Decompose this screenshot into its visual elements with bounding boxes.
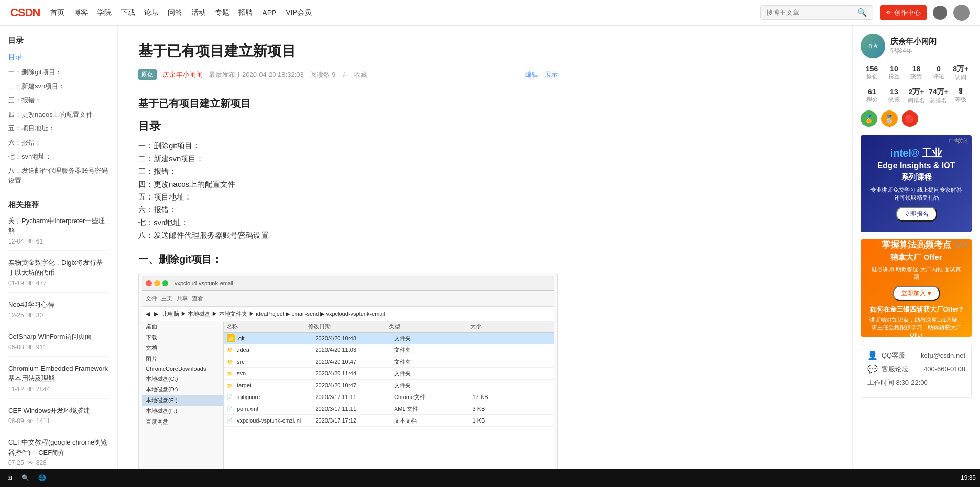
nav-home[interactable]: 首页 xyxy=(50,8,64,17)
toc-list-item-3[interactable]: 四：更改nacos上的配置文件 xyxy=(138,180,558,189)
ad-close-2[interactable]: 关闭 xyxy=(957,241,969,249)
search-input[interactable] xyxy=(766,9,857,16)
fe-file-row-3[interactable]: 📁 svn 2020/4/20 11:44 文件夹 xyxy=(224,368,554,380)
fe-left-item-4[interactable]: ChromeCoreDownloads xyxy=(142,364,223,373)
taskbar-clock: 19:35 xyxy=(961,474,976,481)
fe-file-size-6: 3 KB xyxy=(473,406,552,412)
search-icon[interactable]: 🔍 xyxy=(857,8,867,17)
author-link[interactable]: 庆余年小闲闲 xyxy=(163,70,203,79)
toc-list-item-0[interactable]: 一：删除git项目： xyxy=(138,141,558,151)
toc-list-item-4[interactable]: 五：项目地址： xyxy=(138,192,558,202)
fe-forward-icon[interactable]: ▶ xyxy=(154,311,158,317)
meta-edit[interactable]: 编辑 xyxy=(525,70,538,79)
fe-file-row-4[interactable]: 📁 target 2020/4/20 10:47 文件夹 xyxy=(224,380,554,391)
ad-close-1[interactable]: 关闭 xyxy=(957,137,969,145)
fe-file-date-0: 2020/4/20 10:48 xyxy=(316,335,395,341)
meta-collect[interactable]: 收藏 xyxy=(354,70,367,79)
avatar[interactable]: 作者 xyxy=(861,34,885,58)
taskbar-start[interactable]: ⊞ xyxy=(4,473,15,482)
logo[interactable]: CSDN xyxy=(10,6,40,19)
fe-max-btn[interactable] xyxy=(162,280,168,286)
fe-file-name-3: svn xyxy=(237,370,316,377)
create-button[interactable]: ✏ 创作中心 xyxy=(880,5,927,20)
nav-app[interactable]: APP xyxy=(262,9,276,17)
toc-list-item-5[interactable]: 六：报错： xyxy=(138,205,558,215)
taskbar-search[interactable]: 🔍 xyxy=(18,473,32,482)
author-stats: 156 原创 10 粉丝 18 获赞 0 评论 8万+ 访问 xyxy=(861,64,972,81)
ad2-subtitle: 稳拿大厂 Offer xyxy=(890,253,942,262)
fe-min-btn[interactable] xyxy=(154,280,160,286)
stat2-value-0: 61 xyxy=(868,87,876,96)
user-avatar[interactable] xyxy=(953,5,970,21)
toc-link-top[interactable]: 目录 xyxy=(8,53,109,62)
stat2-value-4: 🎖 xyxy=(957,87,964,96)
nav-forum[interactable]: 论坛 xyxy=(144,8,159,17)
fe-address[interactable]: 此电脑 ▶ 本地磁盘 ▶ 本地文件夹 ▶ ideaProject ▶ email… xyxy=(162,310,385,318)
fe-toolbar-share[interactable]: 共享 xyxy=(177,295,188,302)
fe-left-item-7[interactable]: 本地磁盘(E:) xyxy=(142,395,223,406)
fe-left-item-3[interactable]: 图片 xyxy=(142,353,223,364)
related-title-5[interactable]: CEF Windows开发环境搭建 xyxy=(8,406,109,416)
related-eye-6: 👁 xyxy=(27,459,33,467)
fe-left-item-1[interactable]: 下载 xyxy=(142,332,223,343)
fe-left-item-9[interactable]: 百度网盘 xyxy=(142,416,223,427)
fe-toolbar-file[interactable]: 文件 xyxy=(146,295,157,302)
related-title-6[interactable]: CEF中文教程(google chrome浏览器控件) -- CEF简介 xyxy=(8,437,109,457)
article-title: 基于已有项目建立新项目 xyxy=(138,41,558,61)
taskbar-browser[interactable]: 🌐 xyxy=(35,473,49,482)
fe-toolbar-home[interactable]: 主页 xyxy=(161,295,172,302)
fe-left-item-8[interactable]: 本地磁盘(F:) xyxy=(142,406,223,416)
ad-btn-2[interactable]: 立即加入 ♥ xyxy=(893,286,939,301)
fe-close-btn[interactable] xyxy=(146,280,152,286)
toc-list-item-2[interactable]: 三：报错： xyxy=(138,167,558,176)
toc-item-5[interactable]: 六：报错： xyxy=(8,138,109,148)
nav-blog[interactable]: 博客 xyxy=(74,8,88,17)
toc-list-item-7[interactable]: 八：发送邮件代理服务器账号密码设置 xyxy=(138,231,558,240)
screenshot-img: vxpcloud-vsptunk-email 文件 主页 共享 查看 ◀ ▶ 此… xyxy=(142,276,554,487)
fe-file-row-2[interactable]: 📁 src 2020/4/20 10:47 文件夹 xyxy=(224,356,554,368)
related-title-2[interactable]: Neo4J学习心得 xyxy=(8,300,109,310)
fe-file-row-6[interactable]: 📄 pom.xml 2020/3/17 11:11 XML 文件 3 KB xyxy=(224,403,554,415)
toc-item-1[interactable]: 二：新建svn项目： xyxy=(8,81,109,92)
related-eye-4: 👁 xyxy=(27,386,33,393)
taskbar: ⊞ 🔍 🌐 19:35 xyxy=(0,469,980,487)
fe-left-item-5[interactable]: 本地磁盘(C:) xyxy=(142,373,223,384)
fe-left-item-2[interactable]: 文档 xyxy=(142,343,223,353)
nav-activity[interactable]: 活动 xyxy=(191,8,206,17)
fe-file-type-7: 文本文档 xyxy=(394,417,473,425)
toc-item-4[interactable]: 五：项目地址： xyxy=(8,123,109,134)
meta-star[interactable]: ☆ xyxy=(342,71,348,78)
meta-expand[interactable]: 展示 xyxy=(545,70,558,79)
nav-download[interactable]: 下载 xyxy=(121,8,135,17)
nav-recruit[interactable]: 招聘 xyxy=(238,8,253,17)
fe-file-row-0[interactable]: 📁 .git 2020/4/20 10:48 文件夹 xyxy=(224,333,554,344)
toc-item-0[interactable]: 一：删除git项目： xyxy=(8,67,109,77)
related-title-0[interactable]: 关于Pycharm中Interpreter一些理解 xyxy=(8,216,109,236)
fe-file-row-7[interactable]: 📄 vxpcloud-vsptunk-cmzi.ini 2020/3/17 17… xyxy=(224,415,554,427)
related-title-4[interactable]: Chromium Embedded Framework基本用法及理解 xyxy=(8,364,109,384)
toc-item-6[interactable]: 七：svn地址： xyxy=(8,151,109,162)
fe-file-icon-5: 📄 xyxy=(227,393,235,401)
ad-btn-1[interactable]: 立即报名 xyxy=(896,207,937,222)
toc-item-3[interactable]: 四：更改nacos上的配置文件 xyxy=(8,109,109,120)
toc-item-2[interactable]: 三：报错： xyxy=(8,95,109,105)
toc-list-item-6[interactable]: 七：svn地址： xyxy=(138,218,558,228)
nav-special[interactable]: 专题 xyxy=(215,8,229,17)
related-title-3[interactable]: CefSharp WinForm访问页面 xyxy=(8,331,109,342)
toc-item-7[interactable]: 八：发送邮件代理服务器账号密码设置 xyxy=(8,166,109,186)
fe-left-item-0[interactable]: 桌面 xyxy=(142,321,223,332)
fe-file-row-1[interactable]: 📁 .idea 2020/4/20 11:03 文件夹 xyxy=(224,344,554,356)
stat2-label-2: 阅排名 xyxy=(908,97,925,104)
fe-file-row-5[interactable]: 📄 .gitignore 2020/3/17 11:11 Chrome文件 17… xyxy=(224,391,554,403)
stat-value-1: 10 xyxy=(890,64,898,73)
fe-back-icon[interactable]: ◀ xyxy=(146,311,150,317)
notification-icon[interactable] xyxy=(933,6,947,20)
toc-list-item-1[interactable]: 二：新建svn项目： xyxy=(138,154,558,164)
stat-1: 10 粉丝 xyxy=(883,64,905,81)
fe-toolbar-view[interactable]: 查看 xyxy=(192,295,203,302)
fe-left-item-6[interactable]: 本地磁盘(D:) xyxy=(142,384,223,395)
related-title-1[interactable]: 实物黄金数字化，Digix将发行基于以太坊的代币 xyxy=(8,258,109,278)
nav-academy[interactable]: 学院 xyxy=(97,8,112,17)
nav-vip[interactable]: VIP会员 xyxy=(286,8,312,17)
nav-qa[interactable]: 问答 xyxy=(168,8,182,17)
